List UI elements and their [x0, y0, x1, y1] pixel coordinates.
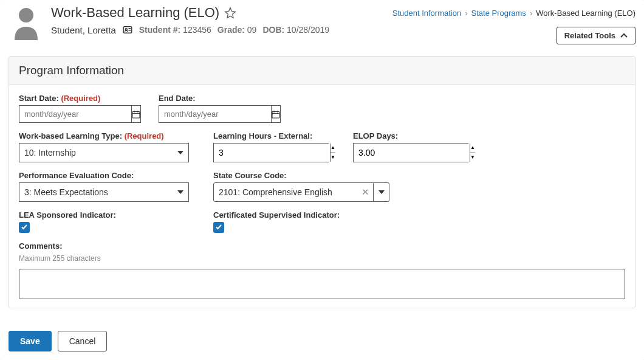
- action-footer: Save Cancel: [0, 325, 644, 360]
- hours-ext-label: Learning Hours - External:: [213, 131, 312, 140]
- dob-value: 10/28/2019: [287, 25, 329, 35]
- lea-checkbox[interactable]: [19, 222, 30, 233]
- cert-checkbox[interactable]: [213, 222, 224, 233]
- start-date-label: Start Date:: [19, 94, 59, 103]
- lea-label: LEA Sponsored Indicator:: [19, 210, 116, 220]
- elop-days-input[interactable]: [354, 144, 470, 162]
- check-icon: [215, 223, 222, 232]
- breadcrumb-link-student-info[interactable]: Student Information: [392, 9, 461, 18]
- cancel-button[interactable]: Cancel: [58, 331, 108, 351]
- grade-label: Grade:: [218, 25, 245, 35]
- course-code-dropdown-button[interactable]: [374, 182, 389, 202]
- svg-rect-1: [123, 27, 132, 33]
- cert-label: Certificated Supervised Indicator:: [213, 210, 340, 220]
- chevron-down-icon: [379, 190, 385, 194]
- course-code-clear-button[interactable]: ✕: [361, 187, 369, 198]
- page-header: Work-Based Learning (ELO) Student Inform…: [0, 0, 644, 44]
- student-avatar-icon: [9, 5, 44, 40]
- course-code-value: 2101: Comprehensive English: [219, 187, 332, 197]
- chevron-right-icon: ›: [530, 9, 532, 18]
- svg-rect-4: [272, 111, 279, 118]
- perf-code-value: 3: Meets Expectations: [24, 187, 108, 197]
- page-title: Work-Based Learning (ELO): [51, 5, 219, 21]
- comments-hint: Maximum 255 characters: [19, 254, 625, 263]
- hours-ext-increment[interactable]: ▲: [331, 144, 335, 153]
- content-scroll-area[interactable]: Program Information Start Date: (Require…: [0, 44, 644, 325]
- program-info-panel: Program Information Start Date: (Require…: [9, 56, 635, 308]
- save-button[interactable]: Save: [9, 331, 52, 351]
- calendar-icon: [132, 110, 140, 119]
- breadcrumb-current: Work-Based Learning (ELO): [536, 9, 635, 18]
- student-number-value: 123456: [183, 25, 211, 35]
- hours-ext-spinner: ▲ ▼: [213, 143, 329, 162]
- student-name: Student, Loretta: [51, 25, 116, 35]
- perf-code-select[interactable]: 3: Meets Expectations: [19, 182, 189, 202]
- comments-textarea[interactable]: [19, 269, 625, 299]
- check-icon: [21, 223, 28, 232]
- elop-days-increment[interactable]: ▲: [470, 144, 475, 153]
- panel-title: Program Information: [9, 57, 635, 85]
- elop-days-spinner: ▲ ▼: [353, 143, 468, 162]
- wbl-type-label: Work-based Learning Type:: [19, 131, 122, 140]
- favorite-star-icon[interactable]: [224, 7, 236, 19]
- start-date-input[interactable]: [19, 105, 131, 123]
- close-icon: ✕: [361, 187, 369, 197]
- id-card-icon[interactable]: [122, 24, 133, 35]
- start-date-required: (Required): [61, 94, 100, 103]
- grade-value: 09: [247, 25, 257, 35]
- svg-point-0: [19, 8, 33, 22]
- chevron-down-icon: [177, 151, 183, 154]
- dob-label: DOB:: [262, 25, 284, 35]
- hours-ext-input[interactable]: [214, 144, 330, 162]
- wbl-type-select[interactable]: 10: Internship: [19, 143, 189, 162]
- breadcrumb-link-state-programs[interactable]: State Programs: [471, 9, 526, 18]
- chevron-down-icon: [177, 190, 183, 194]
- comments-label: Comments:: [19, 241, 63, 251]
- calendar-icon: [272, 110, 280, 119]
- start-date-calendar-button[interactable]: [131, 105, 141, 123]
- related-tools-label: Related Tools: [564, 31, 615, 40]
- student-number-label: Student #:: [139, 25, 180, 35]
- svg-point-2: [125, 29, 127, 30]
- course-code-input[interactable]: 2101: Comprehensive English ✕: [213, 182, 374, 202]
- end-date-calendar-button[interactable]: [271, 105, 281, 123]
- wbl-type-required: (Required): [125, 131, 164, 140]
- elop-days-decrement[interactable]: ▼: [470, 153, 475, 162]
- end-date-input[interactable]: [159, 105, 271, 123]
- elop-days-label: ELOP Days:: [353, 131, 398, 140]
- end-date-label: End Date:: [159, 94, 196, 103]
- chevron-right-icon: ›: [465, 9, 467, 18]
- chevron-up-icon: [620, 32, 628, 40]
- perf-code-label: Performance Evaluation Code:: [19, 171, 134, 180]
- related-tools-button[interactable]: Related Tools: [557, 27, 635, 44]
- wbl-type-value: 10: Internship: [24, 148, 76, 158]
- student-meta-row: Student, Loretta Student #: 123456 Grade…: [51, 24, 635, 35]
- hours-ext-decrement[interactable]: ▼: [331, 153, 335, 162]
- svg-rect-3: [132, 111, 140, 118]
- breadcrumb: Student Information › State Programs › W…: [392, 9, 635, 18]
- course-code-label: State Course Code:: [213, 171, 287, 180]
